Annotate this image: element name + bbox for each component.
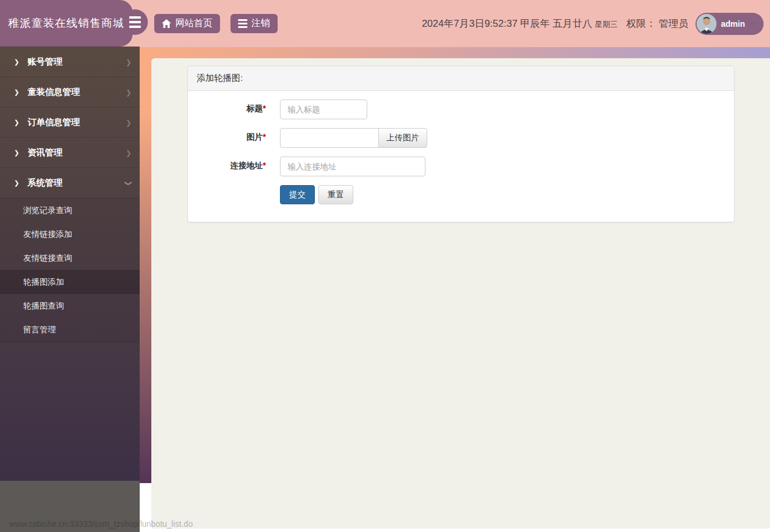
- site-home-button[interactable]: 网站首页: [154, 14, 220, 33]
- user-menu[interactable]: admin: [696, 13, 764, 35]
- title-input[interactable]: [280, 100, 367, 119]
- sidebar-item-account-mgmt[interactable]: ❯ 账号管理 ❯: [0, 47, 140, 77]
- sidebar-footer: www.csbishe.cn:33333/ssm_tzshop/lunbotu_…: [0, 481, 140, 532]
- app-logo: 稚派童装在线销售商城: [0, 0, 133, 47]
- required-marker: *: [263, 132, 266, 141]
- chevron-right-icon: ❯: [126, 88, 132, 97]
- main-content: 添加轮播图: 标题* 图片* 上传图片: [151, 58, 770, 529]
- sidebar-subitem-browse-history-query[interactable]: 浏览记录查询: [0, 198, 140, 222]
- sidebar-subitem-carousel-query[interactable]: 轮播图查询: [0, 294, 140, 318]
- topbar-nav: 网站首页 注销: [154, 14, 278, 33]
- chevron-right-icon: ❯: [126, 58, 132, 66]
- sidebar: ❯ 账号管理 ❯ ❯ 童装信息管理 ❯ ❯ 订单信息管理 ❯ ❯ 资讯管理 ❯ …: [0, 47, 140, 481]
- datetime-text: 2024年7月3日9:52:37 甲辰年 五月廿八 星期三 权限： 管理员: [422, 17, 689, 30]
- chevron-right-icon: ❯: [14, 179, 19, 187]
- chevron-right-icon: ❯: [14, 88, 19, 96]
- username-label: admin: [721, 19, 745, 29]
- sidebar-subitem-friend-link-add[interactable]: 友情链接添加: [0, 222, 140, 246]
- weekday-value: 星期三: [595, 20, 618, 29]
- submit-button[interactable]: 提交: [280, 185, 315, 204]
- required-marker: *: [263, 104, 266, 113]
- link-label: 连接地址*: [197, 157, 266, 176]
- sidebar-toggle-button[interactable]: [122, 9, 148, 35]
- sidebar-subitem-carousel-add[interactable]: 轮播图添加: [0, 270, 140, 294]
- sidebar-item-order-info-mgmt[interactable]: ❯ 订单信息管理 ❯: [0, 108, 140, 138]
- chevron-down-icon: ❯: [125, 180, 133, 186]
- permission-value: 管理员: [659, 18, 689, 29]
- topbar-status: 2024年7月3日9:52:37 甲辰年 五月廿八 星期三 权限： 管理员 ad…: [422, 0, 764, 47]
- form-row-title: 标题*: [197, 100, 725, 119]
- sidebar-subitem-friend-link-query[interactable]: 友情链接查询: [0, 246, 140, 270]
- app-title: 稚派童装在线销售商城: [8, 16, 125, 31]
- list-icon: [238, 19, 247, 28]
- link-input[interactable]: [280, 157, 425, 176]
- form-actions: 提交 重置: [280, 185, 725, 204]
- title-label: 标题*: [197, 100, 266, 119]
- panel-title: 添加轮播图:: [188, 66, 734, 91]
- site-home-label: 网站首页: [175, 17, 212, 30]
- sidebar-item-clothing-info-mgmt[interactable]: ❯ 童装信息管理 ❯: [0, 77, 140, 108]
- add-carousel-panel: 添加轮播图: 标题* 图片* 上传图片: [187, 66, 734, 222]
- image-path-input[interactable]: [280, 128, 379, 148]
- avatar: [697, 14, 716, 34]
- reset-button[interactable]: 重置: [318, 185, 353, 204]
- sidebar-item-system-mgmt[interactable]: ❯ 系统管理 ❯: [0, 168, 140, 198]
- caret-down-icon: [750, 23, 755, 26]
- logout-button[interactable]: 注销: [230, 14, 278, 33]
- chevron-right-icon: ❯: [14, 149, 19, 157]
- add-carousel-form: 标题* 图片* 上传图片 连接地址*: [188, 91, 734, 222]
- form-row-link: 连接地址*: [197, 157, 725, 176]
- hamburger-icon: [129, 16, 141, 28]
- chevron-right-icon: ❯: [126, 149, 132, 157]
- home-icon: [162, 19, 171, 28]
- date-value: 2024年7月3日9:52:37 甲辰年 五月廿八: [422, 18, 592, 29]
- required-marker: *: [263, 161, 266, 170]
- chevron-right-icon: ❯: [126, 119, 132, 127]
- sidebar-item-news-mgmt[interactable]: ❯ 资讯管理 ❯: [0, 138, 140, 168]
- image-label: 图片*: [197, 128, 266, 148]
- logout-label: 注销: [251, 17, 270, 30]
- chevron-right-icon: ❯: [14, 58, 19, 66]
- upload-image-button[interactable]: 上传图片: [378, 128, 427, 148]
- browser-status-url: www.csbishe.cn:33333/ssm_tzshop/lunbotu_…: [9, 519, 193, 529]
- permission-label: 权限：: [626, 18, 656, 29]
- form-row-image: 图片* 上传图片: [197, 128, 725, 148]
- chevron-right-icon: ❯: [14, 119, 19, 126]
- sidebar-subitem-message-mgmt[interactable]: 留言管理: [0, 318, 140, 342]
